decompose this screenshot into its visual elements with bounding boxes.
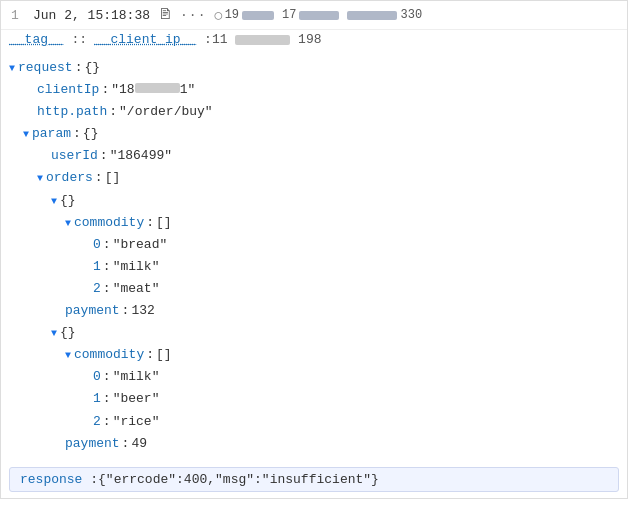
obj1-bracket: {} bbox=[60, 190, 76, 212]
idx1-2: 1 bbox=[93, 388, 101, 410]
blurred-clientip bbox=[135, 83, 180, 93]
line-number: 1 bbox=[11, 8, 25, 23]
orders-toggle[interactable] bbox=[37, 170, 43, 187]
userid-key: userId bbox=[51, 145, 98, 167]
clientip-key: clientIp bbox=[37, 79, 99, 101]
tag-line: __tag__ :: __client_ip__ :11 198 bbox=[1, 30, 627, 51]
httppath-value: "/order/buy" bbox=[119, 101, 213, 123]
clientip-row: clientIp : "18 1" bbox=[9, 79, 627, 101]
idx1-1: 1 bbox=[93, 256, 101, 278]
val2-2: "rice" bbox=[113, 411, 160, 433]
commodity2-item2: 2 : "rice" bbox=[9, 411, 627, 433]
payment2-row: payment : 49 bbox=[9, 433, 627, 455]
payment2-key: payment bbox=[65, 433, 120, 455]
commodity1-item1: 1 : "milk" bbox=[9, 256, 627, 278]
param-row: param : {} bbox=[9, 123, 627, 145]
payment1-key: payment bbox=[65, 300, 120, 322]
commodity2-bracket: [] bbox=[156, 344, 172, 366]
val2-1: "meat" bbox=[113, 278, 160, 300]
commodity1-item0: 0 : "bread" bbox=[9, 234, 627, 256]
request-bracket: {} bbox=[84, 57, 100, 79]
commodity2-item0: 0 : "milk" bbox=[9, 366, 627, 388]
commodity1-toggle[interactable] bbox=[65, 215, 71, 232]
idx2-1: 2 bbox=[93, 278, 101, 300]
val1-1: "milk" bbox=[113, 256, 160, 278]
log-container: 1 Jun 2, 15:18:38 🖹 ··· ◯ 19 17 330 __ta… bbox=[0, 0, 628, 499]
idx2-2: 2 bbox=[93, 411, 101, 433]
tag-key2[interactable]: __client_ip__ bbox=[95, 32, 196, 47]
blurred-val3 bbox=[347, 11, 397, 20]
badge2-value: 17 bbox=[282, 8, 296, 22]
commodity2-item1: 1 : "beer" bbox=[9, 388, 627, 410]
blurred-val2 bbox=[299, 11, 339, 20]
badge3-value: 330 bbox=[400, 8, 422, 22]
param-key: param bbox=[32, 123, 71, 145]
orders-bracket: [] bbox=[105, 167, 121, 189]
request-toggle[interactable] bbox=[9, 60, 15, 77]
val1-2: "beer" bbox=[113, 388, 160, 410]
userid-row: userId : "186499" bbox=[9, 145, 627, 167]
obj1-row: {} bbox=[9, 190, 627, 212]
param-toggle[interactable] bbox=[23, 126, 29, 143]
commodity2-row: commodity : [] bbox=[9, 344, 627, 366]
tag-sep2: :11 bbox=[204, 32, 227, 47]
timestamp: Jun 2, 15:18:38 bbox=[33, 8, 150, 23]
blurred-ip bbox=[235, 35, 290, 45]
tag-sep1: :: bbox=[71, 32, 87, 47]
val0-2: "milk" bbox=[113, 366, 160, 388]
clock-icon: ◯ bbox=[214, 8, 221, 23]
orders-key: orders bbox=[46, 167, 93, 189]
more-options[interactable]: ··· bbox=[180, 8, 206, 23]
commodity1-bracket: [] bbox=[156, 212, 172, 234]
userid-value: "186499" bbox=[110, 145, 172, 167]
response-value: :{"errcode":400,"msg":"insufficient"} bbox=[90, 472, 379, 487]
commodity2-key: commodity bbox=[74, 344, 144, 366]
log-header: 1 Jun 2, 15:18:38 🖹 ··· ◯ 19 17 330 bbox=[1, 1, 627, 30]
payment2-value: 49 bbox=[131, 433, 147, 455]
blurred-val1 bbox=[242, 11, 274, 20]
request-key: request bbox=[18, 57, 73, 79]
obj2-toggle[interactable] bbox=[51, 325, 57, 342]
log-body: request : {} clientIp : "18 1" http.path… bbox=[1, 51, 627, 461]
response-key: response bbox=[20, 472, 82, 487]
colon1: : bbox=[75, 57, 83, 79]
clientip-value-prefix: "18 bbox=[111, 79, 134, 101]
commodity1-key: commodity bbox=[74, 212, 144, 234]
param-bracket: {} bbox=[83, 123, 99, 145]
obj2-bracket: {} bbox=[60, 322, 76, 344]
payment1-value: 132 bbox=[131, 300, 154, 322]
idx0-2: 0 bbox=[93, 366, 101, 388]
badge1-value: 19 bbox=[225, 8, 239, 22]
httppath-row: http.path : "/order/buy" bbox=[9, 101, 627, 123]
idx0-1: 0 bbox=[93, 234, 101, 256]
badge-count: 17 bbox=[282, 8, 339, 22]
httppath-key: http.path bbox=[37, 101, 107, 123]
tag-suffix: 198 bbox=[298, 32, 321, 47]
badge-total: 330 bbox=[347, 8, 422, 22]
val0-1: "bread" bbox=[113, 234, 168, 256]
commodity1-row: commodity : [] bbox=[9, 212, 627, 234]
obj1-toggle[interactable] bbox=[51, 193, 57, 210]
badge-timing: ◯ 19 bbox=[214, 8, 274, 23]
commodity2-toggle[interactable] bbox=[65, 347, 71, 364]
response-line: response :{"errcode":400,"msg":"insuffic… bbox=[9, 467, 619, 492]
payment1-row: payment : 132 bbox=[9, 300, 627, 322]
doc-icon: 🖹 bbox=[158, 7, 172, 23]
commodity1-item2: 2 : "meat" bbox=[9, 278, 627, 300]
tag-key1[interactable]: __tag__ bbox=[9, 32, 64, 47]
obj2-row: {} bbox=[9, 322, 627, 344]
request-row: request : {} bbox=[9, 57, 627, 79]
orders-row: orders : [] bbox=[9, 167, 627, 189]
clientip-value-suffix: 1" bbox=[180, 79, 196, 101]
